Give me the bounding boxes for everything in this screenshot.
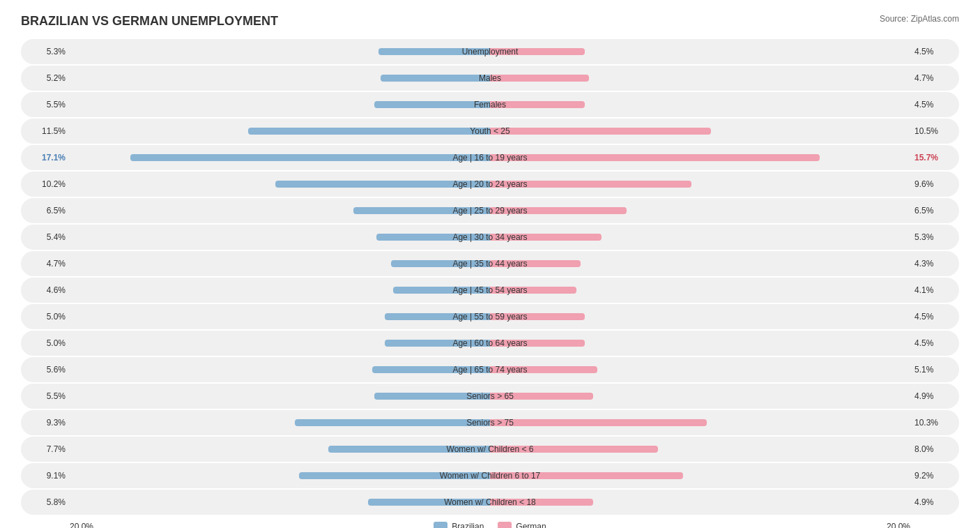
right-value: 10.5% — [910, 126, 959, 136]
legend-swatch-blue — [434, 522, 447, 528]
chart-row: 5.0%Age | 55 to 59 years4.5% — [21, 304, 959, 329]
left-value: 5.6% — [21, 365, 70, 375]
bar-pink — [490, 340, 585, 347]
bar-blue — [385, 313, 490, 320]
left-value: 7.7% — [21, 444, 70, 454]
chart-row: 4.6%Age | 45 to 54 years4.1% — [21, 278, 959, 303]
bar-section: Age | 25 to 29 years — [70, 198, 910, 223]
right-value: 4.5% — [910, 338, 959, 348]
bar-blue — [378, 48, 490, 55]
left-value: 4.7% — [21, 259, 70, 269]
bar-pink — [490, 48, 585, 55]
bar-section: Seniors > 75 — [70, 410, 910, 435]
left-value: 6.5% — [21, 206, 70, 216]
chart-row: 5.6%Age | 65 to 74 years5.1% — [21, 357, 959, 382]
bar-pink — [490, 101, 585, 108]
left-value: 5.2% — [21, 73, 70, 83]
bar-pink — [490, 313, 585, 320]
left-value: 5.5% — [21, 100, 70, 110]
right-value: 4.1% — [910, 285, 959, 295]
bar-blue — [299, 472, 490, 479]
bar-section: Women w/ Children 6 to 17 — [70, 463, 910, 488]
bar-blue — [374, 393, 490, 400]
right-value: 5.1% — [910, 365, 959, 375]
right-value: 8.0% — [910, 444, 959, 454]
right-value: 4.5% — [910, 312, 959, 322]
chart-row: 5.5%Seniors > 654.9% — [21, 384, 959, 409]
chart-row: 11.5%Youth < 2510.5% — [21, 119, 959, 144]
bar-section: Age | 20 to 24 years — [70, 172, 910, 197]
legend-label-brazilian: Brazilian — [452, 522, 484, 528]
bar-blue — [374, 101, 490, 108]
right-value: 10.3% — [910, 418, 959, 428]
legend-swatch-pink — [498, 522, 512, 528]
right-value: 9.2% — [910, 471, 959, 481]
bar-blue — [368, 499, 490, 506]
legend-german: German — [498, 522, 546, 528]
legend-brazilian: Brazilian — [434, 522, 484, 528]
bar-blue — [376, 234, 490, 241]
bar-pink — [490, 234, 602, 241]
chart-header: BRAZILIAN VS GERMAN UNEMPLOYMENT Source:… — [21, 14, 959, 29]
bar-pink — [490, 499, 593, 506]
bar-section: Unemployment — [70, 39, 910, 64]
chart-row: 17.1%Age | 16 to 19 years15.7% — [21, 145, 959, 170]
right-value: 9.6% — [910, 179, 959, 189]
chart-row: 5.3%Unemployment4.5% — [21, 39, 959, 64]
bar-blue — [275, 181, 490, 188]
chart-row: 5.2%Males4.7% — [21, 66, 959, 91]
bar-pink — [490, 75, 589, 82]
right-value: 6.5% — [910, 206, 959, 216]
bar-pink — [490, 287, 576, 294]
bar-blue — [353, 207, 490, 214]
bar-section: Youth < 25 — [70, 119, 910, 144]
bar-section: Age | 65 to 74 years — [70, 357, 910, 382]
footer-right-value: 20.0% — [887, 522, 910, 528]
chart-row: 9.1%Women w/ Children 6 to 179.2% — [21, 463, 959, 488]
left-value: 5.8% — [21, 497, 70, 507]
bar-pink — [490, 446, 658, 453]
bar-section: Age | 30 to 34 years — [70, 225, 910, 250]
right-value: 4.3% — [910, 259, 959, 269]
legend-label-german: German — [516, 522, 546, 528]
bar-section: Males — [70, 66, 910, 91]
left-value: 5.5% — [21, 391, 70, 401]
bar-section: Females — [70, 92, 910, 117]
chart-row: 5.8%Women w/ Children < 184.9% — [21, 490, 959, 515]
left-value: 11.5% — [21, 126, 70, 136]
chart-row: 5.5%Females4.5% — [21, 92, 959, 117]
bar-pink — [490, 419, 707, 426]
left-value: 5.4% — [21, 232, 70, 242]
bar-pink — [490, 472, 683, 479]
bar-section: Age | 45 to 54 years — [70, 278, 910, 303]
chart-area: 5.3%Unemployment4.5%5.2%Males4.7%5.5%Fem… — [21, 39, 959, 515]
left-value: 5.0% — [21, 312, 70, 322]
left-value: 9.1% — [21, 471, 70, 481]
right-value: 4.9% — [910, 391, 959, 401]
chart-row: 7.7%Women w/ Children < 68.0% — [21, 437, 959, 462]
chart-footer: 20.0% Brazilian German 20.0% — [21, 522, 959, 528]
bar-pink — [490, 366, 597, 373]
bar-section: Women w/ Children < 6 — [70, 437, 910, 462]
bar-pink — [490, 393, 593, 400]
left-value: 5.0% — [21, 338, 70, 348]
bar-blue — [295, 419, 490, 426]
bar-pink — [490, 260, 581, 267]
bar-blue — [393, 287, 490, 294]
chart-row: 5.0%Age | 60 to 64 years4.5% — [21, 331, 959, 356]
bar-pink — [490, 128, 711, 135]
bar-blue — [248, 128, 490, 135]
chart-row: 4.7%Age | 35 to 44 years4.3% — [21, 251, 959, 276]
bar-section: Age | 60 to 64 years — [70, 331, 910, 356]
bar-blue — [385, 340, 490, 347]
bar-section: Age | 55 to 59 years — [70, 304, 910, 329]
chart-row: 10.2%Age | 20 to 24 years9.6% — [21, 172, 959, 197]
chart-container: BRAZILIAN VS GERMAN UNEMPLOYMENT Source:… — [0, 0, 980, 528]
bar-pink — [490, 207, 627, 214]
bar-blue — [130, 154, 490, 161]
bar-section: Women w/ Children < 18 — [70, 490, 910, 515]
bar-section: Seniors > 65 — [70, 384, 910, 409]
legend: Brazilian German — [434, 522, 546, 528]
bar-blue — [328, 446, 490, 453]
bar-blue — [391, 260, 490, 267]
